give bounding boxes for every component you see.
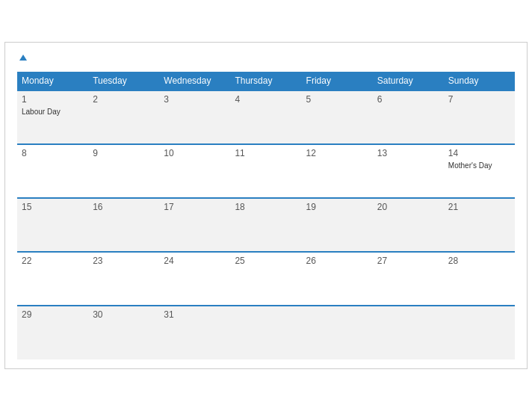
calendar-cell: 7 <box>444 90 515 144</box>
logo <box>17 55 27 61</box>
calendar-cell: 24 <box>159 252 230 306</box>
day-number: 31 <box>164 309 226 320</box>
day-number: 22 <box>22 256 84 266</box>
week-row: 15161718192021 <box>17 198 515 252</box>
th-monday: Monday <box>17 72 88 90</box>
calendar-cell: 21 <box>444 198 515 252</box>
week-row: 1Labour Day234567 <box>17 90 515 144</box>
day-number: 5 <box>306 94 368 105</box>
th-sunday: Sunday <box>444 72 515 90</box>
calendar-cell: 17 <box>159 198 230 252</box>
day-number: 15 <box>22 202 84 212</box>
day-number: 11 <box>235 148 297 158</box>
day-number: 26 <box>306 256 368 266</box>
day-number: 19 <box>306 202 368 212</box>
week-row: 22232425262728 <box>17 252 515 306</box>
calendar-cell: 26 <box>302 252 373 306</box>
day-number: 30 <box>93 309 155 320</box>
day-number: 28 <box>448 256 510 266</box>
calendar-thead: Monday Tuesday Wednesday Thursday Friday… <box>17 72 515 90</box>
calendar-cell: 5 <box>302 90 373 144</box>
calendar-cell <box>444 306 515 359</box>
calendar-cell: 19 <box>302 198 373 252</box>
calendar-cell: 4 <box>230 90 301 144</box>
calendar-cell: 10 <box>159 144 230 198</box>
calendar-cell: 14Mother's Day <box>444 144 515 198</box>
day-event: Labour Day <box>22 108 61 116</box>
day-number: 9 <box>93 148 155 158</box>
calendar-cell <box>373 306 444 359</box>
calendar-cell: 25 <box>230 252 301 306</box>
logo-triangle-icon <box>19 55 27 61</box>
calendar: Monday Tuesday Wednesday Thursday Friday… <box>4 42 528 369</box>
day-number: 23 <box>93 256 155 266</box>
weekday-header-row: Monday Tuesday Wednesday Thursday Friday… <box>17 72 515 90</box>
calendar-cell: 11 <box>230 144 301 198</box>
calendar-cell: 6 <box>373 90 444 144</box>
day-number: 8 <box>22 148 84 158</box>
calendar-cell: 12 <box>302 144 373 198</box>
day-number: 12 <box>306 148 368 158</box>
calendar-cell: 29 <box>17 306 88 359</box>
th-saturday: Saturday <box>373 72 444 90</box>
th-wednesday: Wednesday <box>159 72 230 90</box>
day-number: 3 <box>164 94 226 105</box>
calendar-cell: 30 <box>88 306 159 359</box>
calendar-cell <box>230 306 301 359</box>
calendar-cell <box>302 306 373 359</box>
calendar-cell: 22 <box>17 252 88 306</box>
week-row: 891011121314Mother's Day <box>17 144 515 198</box>
th-thursday: Thursday <box>230 72 301 90</box>
day-number: 16 <box>93 202 155 212</box>
calendar-table: Monday Tuesday Wednesday Thursday Friday… <box>17 72 515 359</box>
calendar-cell: 28 <box>444 252 515 306</box>
day-number: 27 <box>377 256 439 266</box>
calendar-cell: 23 <box>88 252 159 306</box>
th-tuesday: Tuesday <box>88 72 159 90</box>
calendar-cell: 20 <box>373 198 444 252</box>
calendar-cell: 18 <box>230 198 301 252</box>
calendar-cell: 9 <box>88 144 159 198</box>
day-number: 21 <box>448 202 510 212</box>
day-number: 14 <box>448 148 510 158</box>
calendar-cell: 1Labour Day <box>17 90 88 144</box>
day-number: 18 <box>235 202 297 212</box>
day-number: 17 <box>164 202 226 212</box>
day-number: 7 <box>448 94 510 105</box>
calendar-cell: 16 <box>88 198 159 252</box>
calendar-header <box>17 55 515 61</box>
day-number: 1 <box>22 94 84 105</box>
day-number: 10 <box>164 148 226 158</box>
calendar-cell: 8 <box>17 144 88 198</box>
calendar-cell: 2 <box>88 90 159 144</box>
day-number: 29 <box>22 309 84 320</box>
calendar-cell: 31 <box>159 306 230 359</box>
day-number: 25 <box>235 256 297 266</box>
week-row: 293031 <box>17 306 515 359</box>
day-number: 13 <box>377 148 439 158</box>
day-number: 6 <box>377 94 439 105</box>
th-friday: Friday <box>302 72 373 90</box>
day-number: 20 <box>377 202 439 212</box>
day-event: Mother's Day <box>448 161 492 170</box>
calendar-cell: 15 <box>17 198 88 252</box>
day-number: 24 <box>164 256 226 266</box>
calendar-cell: 13 <box>373 144 444 198</box>
calendar-body: 1Labour Day234567891011121314Mother's Da… <box>17 90 515 359</box>
day-number: 4 <box>235 94 297 105</box>
day-number: 2 <box>93 94 155 105</box>
calendar-cell: 27 <box>373 252 444 306</box>
calendar-cell: 3 <box>159 90 230 144</box>
